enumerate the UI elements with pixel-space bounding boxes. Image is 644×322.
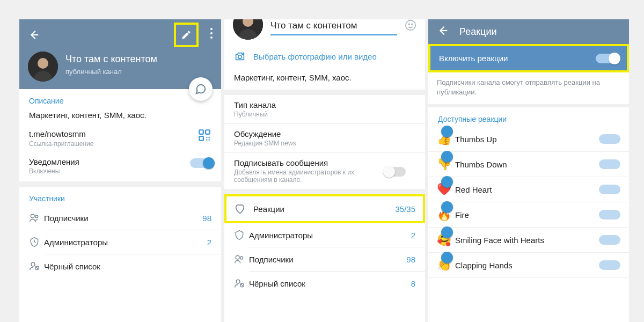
reaction-row[interactable]: 👍 Thumbs Up [428, 127, 629, 151]
channel-type-value: Публичный [234, 111, 374, 118]
svg-point-20 [412, 24, 413, 25]
enable-reactions-highlighted: Включить реакции [428, 44, 629, 72]
emoji-picker-icon[interactable] [405, 19, 416, 33]
edit-subs-value: 98 [406, 255, 415, 264]
reaction-toggle[interactable] [599, 185, 620, 194]
subscribers-row[interactable]: Подписчики 98 [19, 206, 221, 230]
reactions-list: 👍 Thumbs Up 👎 Thumbs Down ❤️ Red Heart 🔥… [428, 127, 629, 278]
svg-rect-8 [206, 137, 207, 138]
edit-channel-button[interactable] [174, 23, 199, 47]
channel-type-row[interactable]: Тип канала Публичный [224, 95, 425, 123]
reactions-header-title: Реакции [459, 26, 497, 38]
channel-header: Что там с контентом публичный канал [19, 19, 221, 89]
more-menu-icon[interactable] [210, 28, 213, 39]
back-arrow-icon[interactable] [28, 29, 40, 41]
reaction-label: Thumbs Down [455, 160, 599, 169]
reaction-toggle[interactable] [599, 159, 620, 169]
pick-photo-row[interactable]: Выбрать фотографию или видео [224, 44, 425, 69]
sign-messages-sub: Добавлять имена администраторов к их соо… [234, 169, 374, 184]
admins-row[interactable]: Администраторы 2 [19, 230, 221, 254]
blacklist-label: Чёрный список [44, 262, 211, 271]
edit-admins-label: Администраторы [249, 231, 411, 240]
members-section-title: Участники [19, 187, 221, 206]
edit-blacklist-value: 8 [411, 279, 415, 288]
people-icon [234, 254, 249, 265]
available-reactions-title: Доступные реакции [428, 107, 629, 127]
reaction-toggle[interactable] [599, 260, 620, 270]
channel-name-input[interactable] [270, 19, 397, 35]
sign-messages-row[interactable]: Подписывать сообщения Добавлять имена ад… [224, 153, 425, 189]
edit-avatar[interactable] [233, 19, 263, 40]
blacklist-icon [29, 261, 44, 272]
reaction-label: Smiling Face with Hearts [455, 236, 599, 245]
svg-point-22 [236, 255, 239, 259]
channel-subtitle: публичный канал [65, 68, 122, 76]
svg-rect-6 [206, 130, 210, 134]
back-arrow-icon[interactable] [437, 25, 449, 39]
reaction-toggle[interactable] [599, 210, 620, 219]
camera-icon [234, 50, 246, 62]
admins-label: Администраторы [44, 238, 207, 247]
sign-messages-toggle[interactable] [384, 167, 406, 177]
svg-rect-11 [209, 140, 210, 141]
channel-type-title: Тип канала [234, 100, 415, 109]
svg-rect-7 [199, 136, 203, 141]
discussion-title: Обсуждение [234, 129, 415, 138]
reaction-row[interactable]: 🔥 Fire [428, 202, 629, 227]
reaction-toggle[interactable] [599, 235, 620, 245]
reaction-toggle[interactable] [599, 134, 620, 144]
edit-admins-value: 2 [411, 231, 415, 240]
notifications-toggle[interactable] [190, 158, 211, 168]
svg-point-14 [31, 262, 35, 266]
reaction-label: Thumbs Up [455, 135, 599, 144]
invite-link-row[interactable]: t.me/nowtosmm Ссылка-приглашение [19, 125, 221, 152]
blacklist-row[interactable]: Чёрный список [19, 254, 221, 278]
open-chat-button[interactable] [189, 77, 213, 101]
enable-reactions-row[interactable]: Включить реакции [430, 46, 627, 70]
svg-rect-10 [206, 140, 207, 141]
edit-description[interactable]: Маркетинг, контент, SMM, хаос. [224, 69, 425, 90]
admins-count: 2 [207, 238, 211, 247]
edit-blacklist-row[interactable]: Чёрный список 8 [224, 272, 425, 295]
qr-code-icon[interactable] [197, 128, 211, 144]
notifications-row[interactable]: Уведомления Включены [19, 152, 221, 181]
shield-icon [234, 230, 249, 240]
notifications-title: Уведомления [29, 157, 211, 166]
svg-rect-5 [199, 130, 203, 134]
subscribers-label: Подписчики [44, 214, 202, 223]
svg-point-19 [408, 24, 409, 25]
edit-blacklist-label: Чёрный список [249, 279, 411, 288]
channel-avatar[interactable] [28, 52, 58, 82]
reaction-row[interactable]: 👏 Clapping Hands [428, 253, 629, 277]
svg-point-0 [210, 28, 213, 30]
svg-point-24 [236, 280, 240, 283]
svg-point-21 [238, 55, 241, 58]
invite-link-label: Ссылка-приглашение [29, 140, 211, 148]
enable-reactions-label: Включить реакции [439, 54, 508, 63]
discussion-row[interactable]: Обсуждение Редакция SMM news [224, 124, 425, 152]
notifications-value: Включены [29, 167, 211, 175]
svg-point-4 [38, 58, 48, 69]
reaction-row[interactable]: ❤️ Red Heart [428, 177, 629, 202]
svg-point-18 [406, 20, 415, 30]
reactions-screen: Реакции Включить реакции Подписчики кана… [428, 19, 629, 322]
invite-link: t.me/nowtosmm [29, 129, 211, 138]
reactions-value: 35/35 [395, 204, 415, 214]
subscribers-icon [29, 213, 44, 223]
reaction-row[interactable]: 🥰 Smiling Face with Hearts [428, 228, 629, 252]
ban-icon [234, 278, 249, 289]
edit-subs-row[interactable]: Подписчики 98 [224, 247, 425, 271]
reactions-row-highlighted[interactable]: Реакции 35/35 [224, 194, 425, 223]
edit-admins-row[interactable]: Администраторы 2 [224, 223, 425, 247]
reaction-label: Red Heart [455, 185, 599, 194]
channel-title: Что там с контентом [65, 54, 157, 65]
enable-reactions-toggle[interactable] [596, 54, 617, 63]
reaction-label: Fire [455, 210, 599, 219]
svg-rect-9 [209, 137, 210, 138]
svg-point-23 [240, 257, 243, 259]
reaction-row[interactable]: 👎 Thumbs Down [428, 152, 629, 177]
channel-info-screen: Что там с контентом публичный канал Опис… [19, 19, 221, 322]
admins-icon [29, 237, 44, 247]
reactions-label: Реакции [253, 204, 387, 214]
pick-photo-label: Выбрать фотографию или видео [253, 52, 377, 61]
